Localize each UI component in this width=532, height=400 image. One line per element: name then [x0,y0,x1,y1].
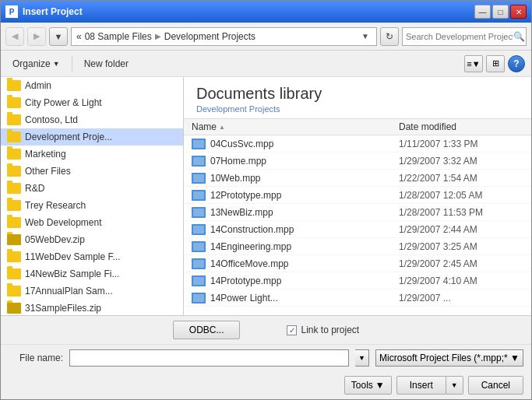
dialog-title: Insert Project [23,6,474,17]
maximize-button[interactable]: □ [492,5,509,19]
sidebar-item-label: 11WebDev Sample F... [25,251,121,262]
address-path[interactable]: « 08 Sample Files ▶ Development Projects… [71,27,377,46]
new-folder-label: New folder [84,58,129,69]
sidebar-item-label: Trey Research [25,200,86,211]
filename-dropdown[interactable]: ▼ [355,349,369,367]
address-bar: ◀ ▶ ▼ « 08 Sample Files ▶ Development Pr… [1,23,531,51]
file-icon [192,207,206,218]
help-button[interactable]: ? [508,55,525,72]
file-name: 10Web.mpp [210,173,399,184]
sidebar-item-14newbiz[interactable]: 14NewBiz Sample Fi... [1,265,183,282]
odbc-button[interactable]: ODBC... [173,321,241,339]
new-folder-button[interactable]: New folder [79,55,134,72]
sidebar-item-label: R&D [25,183,44,194]
organize-button[interactable]: Organize ▼ [7,55,65,72]
cancel-button[interactable]: Cancel [468,376,523,395]
file-date: 1/29/2007 2:45 AM [399,258,523,269]
file-name: 14Power Light... [210,293,399,304]
sidebar-item-label: 17AnnualPlan Sam... [25,286,113,296]
col-date-header[interactable]: Date modified [399,121,523,132]
file-icon [192,293,206,304]
library-header: Arrange by: Folder ▼ Documents library D… [184,77,531,119]
sidebar-item-label: Admin [25,80,51,91]
filename-row: File name: ▼ Microsoft Project Files (*.… [1,344,531,371]
file-row[interactable]: 13NewBiz.mpp 1/28/2007 11:53 PM [184,204,531,221]
tools-button[interactable]: Tools ▼ [344,376,392,395]
file-icon [192,173,206,184]
file-date: 1/22/2007 1:54 AM [399,173,523,184]
folder-icon [7,149,21,160]
sidebar-item-web-dev[interactable]: Web Development [1,214,183,231]
library-subtitle[interactable]: Development Projects [196,104,519,114]
title-bar: P Insert Project — □ ✕ [1,1,531,23]
file-row[interactable]: 07Home.mpp 1/29/2007 3:32 AM [184,153,531,170]
insert-project-dialog: P Insert Project — □ ✕ ◀ ▶ ▼ « 08 Sample… [0,0,532,400]
down-button[interactable]: ▼ [49,27,68,46]
sidebar-item-contoso[interactable]: Contoso, Ltd [1,111,183,128]
search-input[interactable] [406,32,513,41]
col-name-header[interactable]: Name ▲ [192,121,399,132]
sidebar-item-11webdev[interactable]: 11WebDev Sample F... [1,248,183,265]
sort-arrow: ▲ [219,124,225,131]
insert-button[interactable]: Insert [396,376,446,395]
views-button[interactable]: ≡▼ [464,55,483,72]
minimize-button[interactable]: — [474,5,491,19]
file-date: 1/29/2007 2:44 AM [399,224,523,235]
sidebar-item-17annual[interactable]: 17AnnualPlan Sam... [1,282,183,300]
folder-icon [7,268,21,279]
file-row[interactable]: 12Prototype.mpp 1/28/2007 12:05 AM [184,187,531,204]
sidebar-item-05webdev[interactable]: 05WebDev.zip [1,231,183,248]
file-date: 1/29/2007 3:32 AM [399,156,523,167]
library-title: Documents library [196,85,519,103]
filename-label: File name: [9,353,63,363]
search-icon[interactable]: 🔍 [513,31,525,42]
folder-icon [7,303,21,314]
insert-dropdown-button[interactable]: ▼ [446,376,463,395]
organize-arrow: ▼ [53,60,60,68]
folder-icon [7,166,21,177]
filetype-arrow: ▼ [510,353,520,363]
folder-icon [7,234,21,245]
file-row[interactable]: 14Power Light... 1/29/2007 ... [184,289,531,307]
link-project-checkbox[interactable]: ✓ [287,325,297,335]
toolbar-right: ≡▼ ⊞ ? [464,55,525,72]
folder-icon [7,132,21,142]
close-button[interactable]: ✕ [510,5,527,19]
forward-button[interactable]: ▶ [27,27,46,46]
file-name: 07Home.mpp [210,156,399,167]
sidebar-item-rd[interactable]: R&D [1,180,183,197]
file-row[interactable]: 10Web.mpp 1/22/2007 1:54 AM [184,170,531,187]
file-row[interactable]: 04CusSvc.mpp 1/11/2007 1:33 PM [184,135,531,153]
folder-icon [7,183,21,194]
refresh-button[interactable]: ↻ [380,27,399,46]
folder-icon [7,200,21,211]
sidebar-item-marketing[interactable]: Marketing [1,146,183,163]
file-row[interactable]: 14Prototype.mpp 1/29/2007 4:10 AM [184,272,531,289]
sidebar-item-city-power[interactable]: City Power & Light [1,94,183,111]
file-name: 14OfficeMove.mpp [210,258,399,269]
file-row[interactable]: 14Engineering.mpp 1/29/2007 3:25 AM [184,238,531,255]
search-box[interactable]: 🔍 [402,27,527,46]
path-dropdown[interactable]: ▼ [359,32,372,40]
sidebar-item-label: Development Proje... [25,132,112,142]
filename-input[interactable] [69,349,349,367]
file-row[interactable]: 14Construction.mpp 1/29/2007 2:44 AM [184,221,531,238]
sidebar-item-trey[interactable]: Trey Research [1,197,183,214]
file-icon [192,139,206,149]
folder-icon [7,217,21,228]
back-button[interactable]: ◀ [5,27,24,46]
file-row[interactable]: 14OfficeMove.mpp 1/29/2007 2:45 AM [184,255,531,272]
file-name: 12Prototype.mpp [210,190,399,201]
tools-arrow: ▼ [375,380,385,391]
folder-icon [7,251,21,262]
sidebar-item-admin[interactable]: Admin [1,77,183,94]
sidebar-item-31sample[interactable]: 31SampleFiles.zip [1,300,183,315]
file-icon [192,258,206,269]
checkbox-check: ✓ [289,326,295,335]
file-name: 14Construction.mpp [210,224,399,235]
layout-button[interactable]: ⊞ [486,55,505,72]
sidebar-item-dev-projects[interactable]: Development Proje... [1,128,183,146]
filetype-select[interactable]: Microsoft Project Files (*.mpp;* ▼ [375,349,523,367]
file-date: 1/29/2007 4:10 AM [399,275,523,286]
sidebar-item-other-files[interactable]: Other Files [1,163,183,180]
